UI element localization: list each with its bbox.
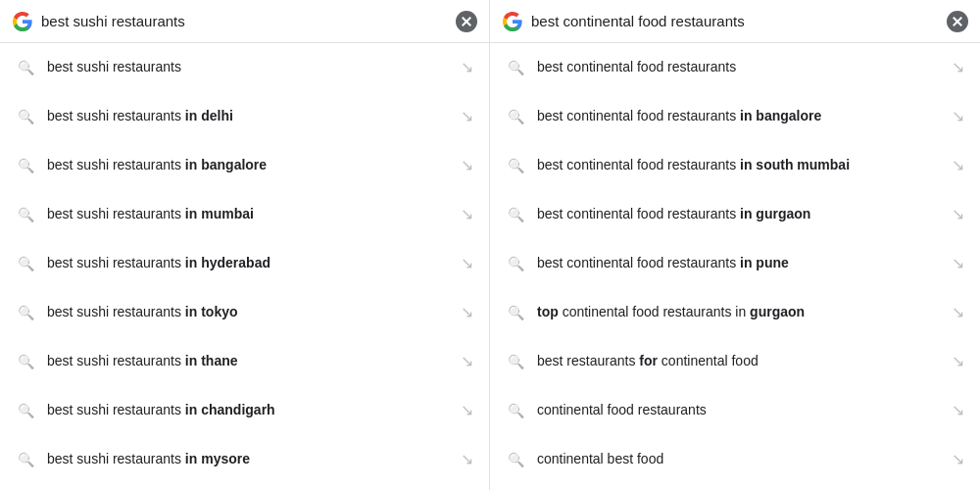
arrow-icon: ↗	[461, 451, 473, 469]
suggestion-item[interactable]: 🔍 best sushi restaurants in tokyo ↗	[0, 288, 489, 337]
search-icon: 🔍	[506, 109, 525, 124]
suggestion-text: continental best food	[537, 450, 940, 469]
suggestion-text: best sushi restaurants in bangalore	[47, 156, 449, 175]
arrow-icon: ↗	[461, 255, 473, 273]
arrow-icon: ↗	[461, 108, 473, 126]
search-icon: 🔍	[506, 403, 525, 418]
search-icon: 🔍	[506, 305, 525, 320]
arrow-icon: ↗	[952, 157, 964, 175]
search-icon: 🔍	[16, 256, 35, 271]
suggestion-item[interactable]: 🔍 best sushi restaurants in bangalore ↗	[0, 141, 489, 190]
suggestion-item[interactable]: 🔍 continental best food ↗	[490, 435, 980, 484]
suggestion-item[interactable]: 🔍 best sushi restaurants in chandigarh ↗	[0, 386, 489, 435]
suggestion-item[interactable]: 🔍 best continental food restaurants in p…	[490, 239, 980, 288]
suggestion-text: best continental food restaurants in pun…	[537, 254, 940, 273]
suggestion-text: best sushi restaurants in mumbai	[47, 205, 449, 224]
search-icon: 🔍	[16, 109, 35, 124]
arrow-icon: ↗	[952, 255, 964, 273]
panel-sushi: 🔍 best sushi restaurants ↗ 🔍 best sushi …	[0, 0, 490, 490]
suggestion-item[interactable]: 🔍 best continental food restaurants in g…	[490, 190, 980, 239]
search-icon: 🔍	[506, 207, 525, 222]
suggestion-item[interactable]: 🔍 best sushi restaurants in delhi ↗	[0, 92, 489, 141]
suggestion-item[interactable]: 🔍 best sushi restaurants in mysore ↗	[0, 435, 489, 484]
search-icon: 🔍	[16, 207, 35, 222]
suggestion-text: best continental food restaurants	[537, 58, 940, 77]
suggestion-list-1: 🔍 best sushi restaurants ↗ 🔍 best sushi …	[0, 43, 489, 484]
suggestion-text: best sushi restaurants in mysore	[47, 450, 449, 469]
suggestion-item[interactable]: 🔍 top continental food restaurants in gu…	[490, 288, 980, 337]
search-icon: 🔍	[506, 158, 525, 173]
arrow-icon: ↗	[461, 59, 473, 77]
arrow-icon: ↗	[461, 304, 473, 322]
suggestion-text: best sushi restaurants in tokyo	[47, 303, 449, 322]
arrow-icon: ↗	[952, 206, 964, 224]
suggestion-text: continental food restaurants	[537, 401, 940, 420]
suggestion-text: best continental food restaurants in gur…	[537, 205, 940, 224]
search-input-2[interactable]	[531, 13, 939, 29]
suggestion-text: top continental food restaurants in gurg…	[537, 303, 940, 322]
search-icon: 🔍	[506, 354, 525, 369]
suggestion-item[interactable]: 🔍 best sushi restaurants in thane ↗	[0, 337, 489, 386]
search-icon: 🔍	[16, 403, 35, 418]
arrow-icon: ↗	[952, 59, 964, 77]
suggestion-text: best sushi restaurants in hyderabad	[47, 254, 449, 273]
arrow-icon: ↗	[952, 353, 964, 371]
search-icon: 🔍	[16, 158, 35, 173]
arrow-icon: ↗	[461, 353, 473, 371]
search-icon: 🔍	[16, 452, 35, 467]
suggestion-text: best continental food restaurants in sou…	[537, 156, 940, 175]
clear-button-1[interactable]	[456, 11, 477, 32]
clear-button-2[interactable]	[947, 11, 968, 32]
search-icon: 🔍	[16, 60, 35, 75]
arrow-icon: ↗	[952, 402, 964, 420]
suggestion-item[interactable]: 🔍 best continental food restaurants ↗	[490, 43, 980, 92]
google-logo-2	[502, 11, 523, 32]
suggestion-text: best sushi restaurants in thane	[47, 352, 449, 371]
arrow-icon: ↗	[952, 304, 964, 322]
suggestion-item[interactable]: 🔍 best continental food restaurants in b…	[490, 92, 980, 141]
arrow-icon: ↗	[461, 157, 473, 175]
suggestion-list-2: 🔍 best continental food restaurants ↗ 🔍 …	[490, 43, 980, 484]
arrow-icon: ↗	[952, 451, 964, 469]
google-logo-1	[12, 11, 33, 32]
search-input-1[interactable]	[41, 13, 448, 29]
suggestion-text: best restaurants for continental food	[537, 352, 940, 371]
suggestion-text: best sushi restaurants	[47, 58, 449, 77]
suggestion-item[interactable]: 🔍 best continental food restaurants in s…	[490, 141, 980, 190]
panel-continental: 🔍 best continental food restaurants ↗ 🔍 …	[490, 0, 980, 490]
search-icon: 🔍	[16, 305, 35, 320]
search-bar-1	[0, 0, 489, 43]
suggestion-text: best sushi restaurants in chandigarh	[47, 401, 449, 420]
search-icon: 🔍	[506, 452, 525, 467]
suggestion-text: best sushi restaurants in delhi	[47, 107, 449, 126]
search-icon: 🔍	[16, 354, 35, 369]
suggestion-item[interactable]: 🔍 best sushi restaurants ↗	[0, 43, 489, 92]
arrow-icon: ↗	[461, 402, 473, 420]
search-icon: 🔍	[506, 256, 525, 271]
suggestion-item[interactable]: 🔍 best sushi restaurants in hyderabad ↗	[0, 239, 489, 288]
suggestion-item[interactable]: 🔍 best restaurants for continental food …	[490, 337, 980, 386]
search-bar-2	[490, 0, 980, 43]
search-icon: 🔍	[506, 60, 525, 75]
suggestion-text: best continental food restaurants in ban…	[537, 107, 940, 126]
arrow-icon: ↗	[952, 108, 964, 126]
suggestion-item[interactable]: 🔍 best sushi restaurants in mumbai ↗	[0, 190, 489, 239]
arrow-icon: ↗	[461, 206, 473, 224]
suggestion-item[interactable]: 🔍 continental food restaurants ↗	[490, 386, 980, 435]
